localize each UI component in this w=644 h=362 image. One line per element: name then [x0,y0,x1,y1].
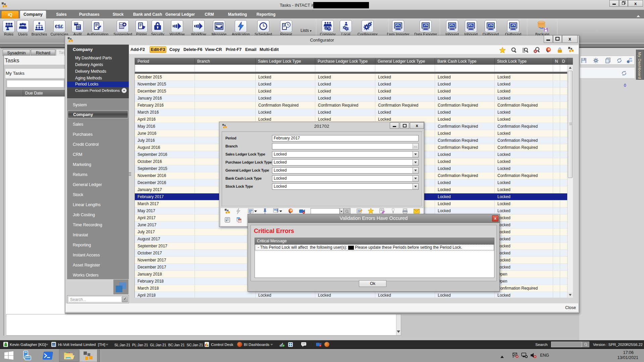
svg-text:€$£: €$£ [55,23,64,29]
